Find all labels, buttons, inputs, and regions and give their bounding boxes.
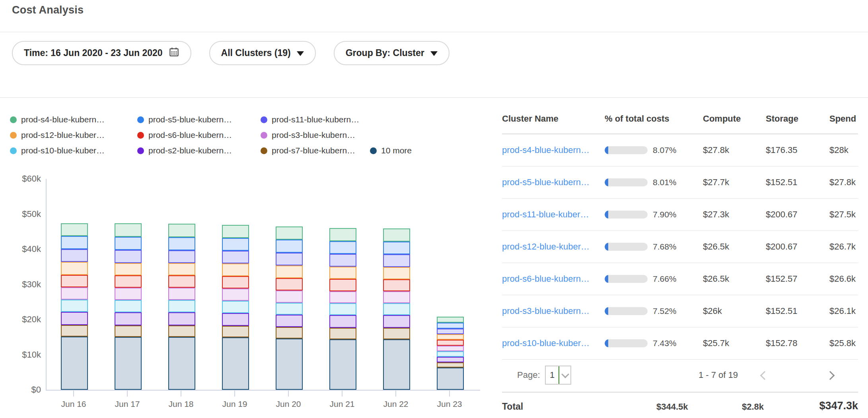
bar-segment[interactable] <box>437 357 464 362</box>
bar-segment[interactable] <box>276 327 303 338</box>
bar-segment[interactable] <box>168 250 195 263</box>
bar-segment[interactable] <box>383 254 410 267</box>
time-range-filter-button[interactable]: Time: 16 Jun 2020 - 23 Jun 2020 <box>12 41 191 65</box>
bar-segment[interactable] <box>61 287 88 300</box>
bar-segment[interactable] <box>437 351 464 357</box>
legend-item[interactable]: prod-s6-blue-kubern… <box>137 130 232 140</box>
previous-page-button[interactable] <box>757 368 773 383</box>
bar-segment[interactable] <box>383 315 410 328</box>
legend-item[interactable]: prod-s7-blue-kubern… <box>261 145 355 156</box>
bar-segment[interactable] <box>437 317 464 323</box>
bar-segment[interactable] <box>168 337 195 390</box>
bar-segment[interactable] <box>437 334 464 340</box>
bar-segment[interactable] <box>222 288 249 301</box>
bar-segment[interactable] <box>61 325 88 337</box>
bar-segment[interactable] <box>115 223 142 237</box>
next-page-button[interactable] <box>822 368 838 383</box>
bar-segment[interactable] <box>222 313 249 326</box>
bar-segment[interactable] <box>329 267 356 279</box>
bar-segment[interactable] <box>115 337 142 390</box>
bar-segment[interactable] <box>168 300 195 312</box>
cluster-link[interactable]: prod-s12-blue-kuber… <box>502 242 590 252</box>
bar-segment[interactable] <box>115 325 142 337</box>
bar-segment[interactable] <box>329 328 356 339</box>
bar-segment[interactable] <box>115 250 142 263</box>
bar-segment[interactable] <box>329 315 356 328</box>
group-by-filter-button[interactable]: Group By: Cluster <box>334 41 450 65</box>
bar-segment[interactable] <box>61 223 88 236</box>
bar-segment[interactable] <box>383 267 410 279</box>
bar-segment[interactable] <box>329 241 356 254</box>
bar-segment[interactable] <box>437 329 464 334</box>
bar-segment[interactable] <box>383 228 410 242</box>
bar-segment[interactable] <box>276 315 303 327</box>
bar-segment[interactable] <box>329 254 356 267</box>
bar-segment[interactable] <box>168 263 195 276</box>
bar-segment[interactable] <box>61 337 88 390</box>
bar-segment[interactable] <box>437 362 464 368</box>
bar-segment[interactable] <box>329 303 356 315</box>
cluster-link[interactable]: prod-s10-blue-kuber… <box>502 338 590 348</box>
legend-item[interactable]: prod-s11-blue-kubern… <box>261 114 359 125</box>
bar-segment[interactable] <box>115 263 142 276</box>
bar-segment[interactable] <box>61 275 88 288</box>
legend-item[interactable]: prod-s10-blue-kuber… <box>10 145 105 156</box>
bar-segment[interactable] <box>383 279 410 291</box>
bar-segment[interactable] <box>276 253 303 265</box>
bar-segment[interactable] <box>329 291 356 303</box>
bar-segment[interactable] <box>222 276 249 288</box>
bar-segment[interactable] <box>222 301 249 313</box>
bar-segment[interactable] <box>383 242 410 255</box>
bar-segment[interactable] <box>115 275 142 288</box>
bar-segment[interactable] <box>168 224 195 237</box>
bar-segment[interactable] <box>276 226 303 240</box>
bar-segment[interactable] <box>437 368 464 390</box>
legend-item[interactable]: prod-s5-blue-kubern… <box>137 114 232 125</box>
cluster-link[interactable]: prod-s3-blue-kubern… <box>502 306 590 316</box>
bar-segment[interactable] <box>222 263 249 276</box>
bar-segment[interactable] <box>437 340 464 345</box>
bar-segment[interactable] <box>276 278 303 290</box>
bar-segment[interactable] <box>329 339 356 390</box>
bar-segment[interactable] <box>168 325 195 337</box>
bar-segment[interactable] <box>168 288 195 300</box>
bar-segment[interactable] <box>383 328 410 339</box>
bar-segment[interactable] <box>383 339 410 390</box>
bar-segment[interactable] <box>276 303 303 315</box>
legend-item[interactable]: prod-s4-blue-kubern… <box>10 114 105 125</box>
legend-item[interactable]: 10 more <box>370 145 412 156</box>
bar-segment[interactable] <box>222 326 249 337</box>
bar-segment[interactable] <box>437 323 464 329</box>
bar-segment[interactable] <box>329 228 356 241</box>
bar-segment[interactable] <box>276 265 303 278</box>
bar-segment[interactable] <box>61 249 88 262</box>
bar-segment[interactable] <box>61 262 88 275</box>
bar-segment[interactable] <box>276 339 303 390</box>
legend-item[interactable]: prod-s3-blue-kubern… <box>261 130 355 140</box>
clusters-filter-button[interactable]: All Clusters (19) <box>209 41 316 65</box>
bar-segment[interactable] <box>329 279 356 291</box>
cluster-link[interactable]: prod-s11-blue-kuber… <box>502 209 589 219</box>
cluster-link[interactable]: prod-s4-blue-kubern… <box>502 145 590 155</box>
bar-segment[interactable] <box>383 291 410 303</box>
bar-segment[interactable] <box>61 312 88 325</box>
bar-segment[interactable] <box>115 312 142 325</box>
bar-segment[interactable] <box>61 236 88 249</box>
legend-item[interactable]: prod-s12-blue-kuber… <box>10 130 105 140</box>
bar-segment[interactable] <box>61 300 88 312</box>
bar-segment[interactable] <box>222 225 249 238</box>
bar-segment[interactable] <box>222 251 249 263</box>
cluster-link[interactable]: prod-s5-blue-kubern… <box>502 177 590 187</box>
legend-item[interactable]: prod-s2-blue-kubern… <box>137 145 232 156</box>
page-select[interactable]: 1 <box>545 366 571 385</box>
bar-segment[interactable] <box>383 303 410 315</box>
cluster-link[interactable]: prod-s6-blue-kubern… <box>502 274 590 284</box>
bar-segment[interactable] <box>168 275 195 288</box>
bar-segment[interactable] <box>168 312 195 325</box>
bar-segment[interactable] <box>168 237 195 250</box>
bar-segment[interactable] <box>115 288 142 300</box>
bar-segment[interactable] <box>222 337 249 390</box>
bar-segment[interactable] <box>437 346 464 351</box>
bar-segment[interactable] <box>276 290 303 303</box>
bar-segment[interactable] <box>222 238 249 251</box>
